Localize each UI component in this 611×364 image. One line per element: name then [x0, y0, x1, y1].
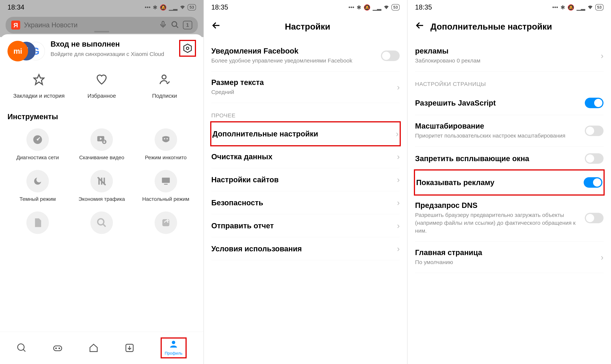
chevron-right-icon: › [601, 253, 603, 262]
advanced-settings-highlight: Дополнительные настройки › [210, 121, 401, 146]
setting-homepage[interactable]: Главная страница По умолчанию › [415, 242, 603, 273]
back-button[interactable] [415, 21, 425, 33]
svg-point-20 [98, 219, 104, 225]
svg-point-4 [186, 47, 189, 50]
toggle-facebook-notifications[interactable] [381, 51, 400, 61]
toggle-block-popups[interactable] [585, 153, 603, 164]
nav-profile-tab[interactable]: Профиль [165, 340, 182, 356]
subscriptions-button[interactable]: Подписки [133, 74, 196, 99]
settings-button-highlight [179, 40, 196, 57]
tool-data-saver[interactable]: Экономия трафика [72, 170, 132, 202]
header: Дополнительные настройки [407, 13, 611, 40]
tool-item-8[interactable] [72, 211, 132, 238]
tool-video-download[interactable]: Скачивание видео [72, 128, 132, 161]
favorites-button[interactable]: Избранное [70, 74, 133, 99]
svg-point-13 [166, 138, 168, 139]
setting-security[interactable]: Безопасность › [211, 191, 400, 214]
nav-search-icon[interactable] [17, 343, 26, 353]
nav-games-icon[interactable] [53, 343, 63, 353]
bluetooth-icon: ✱ [357, 4, 361, 11]
mic-icon[interactable] [159, 21, 167, 30]
chevron-right-icon: › [397, 175, 400, 184]
nav-downloads-icon[interactable] [125, 343, 134, 353]
status-icons: ••• ✱ 🔕 ▁▂ 53 [145, 4, 196, 11]
toggle-dns-prefetch[interactable] [585, 213, 603, 223]
status-time: 18:35 [211, 3, 228, 11]
settings-gear-icon[interactable] [182, 43, 193, 53]
svg-rect-25 [53, 346, 62, 351]
back-button[interactable] [211, 21, 221, 33]
svg-line-2 [176, 26, 178, 28]
toggle-zoom[interactable] [585, 126, 603, 136]
tab-count[interactable]: 1 [183, 21, 192, 29]
bookmarks-history-button[interactable]: Закладки и история [8, 74, 70, 99]
chevron-right-icon: › [397, 221, 400, 230]
profile-subtitle: Войдите для синхронизации с Xiaomi Cloud [51, 50, 173, 58]
wifi-icon [587, 4, 593, 11]
svg-point-23 [18, 344, 24, 350]
page-title: Дополнительные настройки [430, 22, 603, 32]
setting-javascript[interactable]: Разрешить JavaScript [415, 91, 603, 115]
setting-show-ads[interactable]: Показывать рекламу [415, 170, 603, 195]
chevron-right-icon: › [397, 82, 400, 92]
status-bar: 18:35 ••• ✱ 🔕 ▁▂ 53 [204, 0, 407, 13]
gauge-icon [26, 128, 49, 151]
battery-icon: 53 [595, 4, 603, 11]
toggle-show-ads[interactable] [584, 177, 602, 188]
svg-point-6 [162, 75, 166, 79]
setting-dns-prefetch[interactable]: Предзапрос DNS Разрешить браузеру предва… [415, 195, 603, 242]
svg-rect-19 [164, 184, 168, 185]
svg-line-24 [23, 350, 26, 352]
status-icons: ••• ✱ 🔕 ▁▂ 53 [348, 4, 400, 11]
setting-site-settings[interactable]: Настройки сайтов › [211, 168, 400, 191]
signal-icon: ▁▂ [577, 4, 585, 11]
bluetooth-icon: ✱ [560, 4, 565, 11]
moon-icon [26, 170, 49, 192]
chevron-right-icon: › [396, 129, 399, 139]
setting-advanced[interactable]: Дополнительные настройки › [211, 122, 400, 145]
status-time: 18:34 [8, 3, 24, 11]
tool-item-9[interactable] [136, 211, 196, 238]
tool-dark-mode[interactable]: Темный режим [8, 170, 68, 202]
mute-icon: 🔕 [567, 4, 574, 11]
xiaomi-icon[interactable]: mi [8, 41, 28, 61]
tool-item-7[interactable] [8, 211, 68, 238]
setting-send-report[interactable]: Отправить отчет › [211, 214, 400, 237]
toggle-javascript[interactable] [585, 98, 603, 108]
nav-profile-tab-highlight: Профиль [161, 338, 187, 358]
tool-network-diagnostics[interactable]: Диагностика сети [8, 128, 68, 161]
setting-block-popups[interactable]: Запретить всплывающие окна [415, 146, 603, 170]
video-download-icon [91, 128, 113, 151]
status-bar: 18:34 ••• ✱ 🔕 ▁▂ 53 [0, 0, 204, 13]
setting-facebook-notifications[interactable]: Уведомления Facebook Более удобное управ… [211, 40, 400, 71]
setting-terms[interactable]: Условия использования › [211, 237, 400, 260]
svg-line-21 [103, 224, 105, 227]
setting-ad-block-partial[interactable]: рекламы Заблокировано 0 реклам › [415, 40, 603, 71]
svg-rect-18 [162, 178, 170, 183]
setting-clear-data[interactable]: Очистка данных › [211, 145, 400, 168]
bottom-nav: Профиль [0, 332, 204, 364]
tools-header: Инструменты [8, 113, 196, 121]
signal-icon: ▁▂ [373, 4, 381, 11]
mask-icon [155, 128, 177, 151]
setting-zoom[interactable]: Масштабирование Приоритет пользовательск… [415, 115, 603, 146]
setting-text-size[interactable]: Размер текста Средний › [211, 71, 400, 103]
battery-icon: 53 [188, 4, 196, 11]
mute-icon: 🔕 [364, 4, 370, 11]
svg-point-8 [37, 139, 38, 140]
wifi-icon [180, 4, 185, 11]
file-icon [26, 211, 49, 234]
tool-incognito[interactable]: Режим инкогнито [136, 128, 196, 161]
tool-desktop-mode[interactable]: Настольный режим [136, 170, 196, 202]
login-provider-icons[interactable]: G f mi [8, 40, 45, 62]
star-icon [8, 74, 70, 88]
sheet-handle[interactable] [94, 31, 109, 32]
nav-home-icon[interactable] [89, 343, 98, 353]
svg-point-29 [172, 341, 175, 344]
search-icon[interactable] [171, 21, 179, 30]
svg-marker-5 [34, 75, 44, 84]
monitor-icon [155, 170, 177, 192]
svg-point-12 [164, 138, 165, 139]
search-placeholder: Украина Новости [24, 21, 155, 29]
screen-advanced-settings: 18:35 ••• ✱ 🔕 ▁▂ 53 Дополнительные настр… [407, 0, 611, 364]
